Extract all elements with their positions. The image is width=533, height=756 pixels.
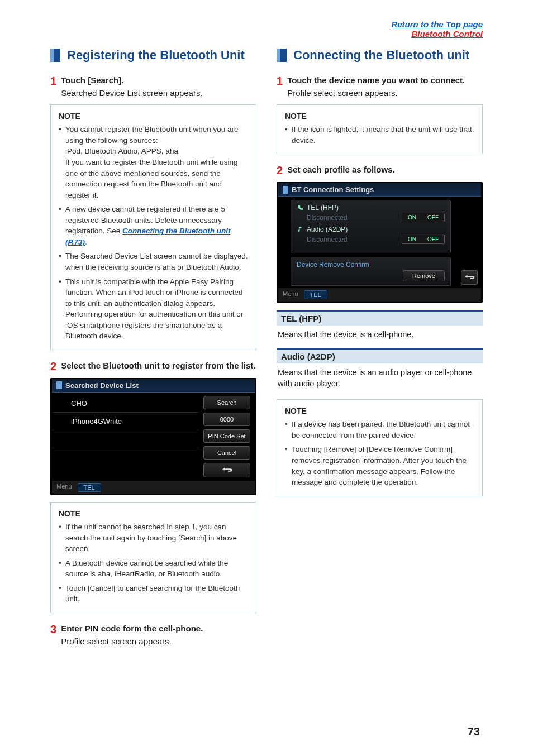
note-item: The Searched Device List screen cannot b… [59, 251, 248, 272]
right-step-1: 1 Touch the device name you want to conn… [277, 75, 483, 98]
remove-panel: Device Remove Confirm Remove [291, 257, 451, 286]
right-note-1: NOTE If the icon is lighted, it means th… [277, 104, 483, 154]
note-item: A Bluetooth device cannot be searched wh… [59, 558, 248, 580]
searched-device-list-screenshot: Searched Device List CHO iPhone4GWhite S… [50, 378, 256, 495]
back-button[interactable] [461, 270, 478, 285]
right-column: Connecting the Bluetooth unit 1 Touch th… [277, 48, 483, 648]
note-title: NOTE [59, 509, 248, 518]
cancel-button[interactable]: Cancel [203, 446, 250, 460]
pin-display: 0000 [203, 413, 250, 426]
step-number: 1 [50, 75, 56, 98]
breadcrumb[interactable]: Bluetooth Control [412, 29, 483, 39]
music-note-icon [297, 226, 303, 233]
audio-a2dp-header: Audio (A2DP) [277, 348, 483, 363]
note-item: If the unit cannot be searched in step 1… [59, 521, 248, 554]
profile-panel: TEL (HFP) Disconnected ONOFF Audio (A2DP… [291, 200, 451, 253]
return-top-link[interactable]: Return to the Top page [391, 20, 483, 29]
bt-connection-settings-screenshot: BT Connection Settings TEL (HFP) Disconn… [277, 182, 483, 303]
step-title: Select the Bluetooth unit to register fr… [61, 360, 256, 371]
left-note-2: NOTE If the unit cannot be searched in s… [50, 502, 256, 613]
search-button[interactable]: Search [203, 396, 250, 409]
section-header-connecting: Connecting the Bluetooth unit [277, 48, 483, 63]
device-remove-label: Device Remove Confirm [297, 261, 369, 269]
page-number: 73 [468, 725, 480, 738]
device-row[interactable]: iPhone4GWhite [52, 413, 199, 430]
tel-tab[interactable]: TEL [78, 483, 101, 492]
audio-toggle[interactable]: ONOFF [402, 235, 445, 244]
header-links: Return to the Top page Bluetooth Control [391, 20, 483, 39]
tel-status: Disconnected [307, 214, 348, 222]
ui-chip-icon [283, 186, 288, 194]
left-note-1: NOTE You cannot register the Bluetooth u… [50, 104, 256, 350]
tel-profile-label: TEL (HFP) [307, 204, 339, 212]
tel-hfp-desc: Means that the device is a cell-phone. [277, 326, 483, 340]
step-subtitle: Searched Device List screen appears. [61, 88, 256, 98]
step-number: 2 [50, 360, 56, 372]
note-title: NOTE [285, 112, 474, 121]
tel-tab[interactable]: TEL [304, 290, 327, 299]
section-header-registering: Registering the Bluetooth Unit [50, 48, 256, 63]
step-subtitle: Profile select screen appears. [287, 88, 483, 98]
note-item: A new device cannot be registered if the… [59, 204, 248, 247]
left-step-3: 3 Enter PIN code form the cell-phone. Pr… [50, 623, 256, 646]
ui-title-bar: Searched Device List [52, 379, 255, 393]
section-marker-icon [277, 49, 287, 62]
phone-icon [297, 204, 303, 211]
menu-button[interactable]: Menu [283, 290, 298, 299]
audio-profile-label: Audio (A2DP) [307, 226, 348, 233]
note-title: NOTE [285, 406, 474, 415]
note-title: NOTE [59, 112, 248, 121]
section-title: Connecting the Bluetooth unit [293, 48, 469, 63]
back-button[interactable] [203, 463, 250, 477]
step-subtitle: Profile select screen appears. [61, 637, 256, 646]
pin-code-set-button[interactable]: PIN Code Set [203, 429, 250, 443]
note-item: You cannot register the Bluetooth unit w… [59, 124, 248, 200]
step-title: Touch [Search]. [61, 75, 256, 86]
note-item: Touch [Cancel] to cancel searching for t… [59, 583, 248, 605]
device-row[interactable]: CHO [52, 395, 199, 413]
step-number: 3 [50, 623, 56, 646]
audio-a2dp-desc: Means that the device is an audio player… [277, 363, 483, 390]
device-row[interactable] [52, 448, 199, 466]
note-item: Touching [Remove] of [Device Remove Conf… [285, 444, 474, 487]
note-item: If the icon is lighted, it means that th… [285, 124, 474, 146]
section-title: Registering the Bluetooth Unit [67, 48, 245, 63]
note-item: If a device has been paired, the Bluetoo… [285, 419, 474, 441]
remove-button[interactable]: Remove [403, 270, 445, 281]
right-step-2: 2 Set each profile as follows. [277, 164, 483, 176]
step-title: Set each profile as follows. [287, 164, 483, 175]
tel-hfp-header: TEL (HFP) [277, 310, 483, 326]
step-number: 2 [277, 164, 283, 176]
left-step-1: 1 Touch [Search]. Searched Device List s… [50, 75, 256, 98]
device-row[interactable] [52, 430, 199, 448]
step-title: Touch the device name you want to connec… [287, 75, 483, 86]
left-step-2: 2 Select the Bluetooth unit to register … [50, 360, 256, 372]
section-marker-icon [50, 49, 60, 62]
ui-title-bar: BT Connection Settings [278, 183, 481, 197]
step-number: 1 [277, 75, 283, 98]
menu-button[interactable]: Menu [56, 483, 72, 492]
left-column: Registering the Bluetooth Unit 1 Touch [… [50, 48, 256, 648]
ui-chip-icon [56, 381, 62, 389]
tel-toggle[interactable]: ONOFF [402, 213, 445, 222]
step-title: Enter PIN code form the cell-phone. [61, 623, 256, 634]
note-item: This unit is compatible with the Apple E… [59, 276, 248, 342]
right-note-2: NOTE If a device has been paired, the Bl… [277, 399, 483, 496]
audio-status: Disconnected [307, 236, 348, 243]
